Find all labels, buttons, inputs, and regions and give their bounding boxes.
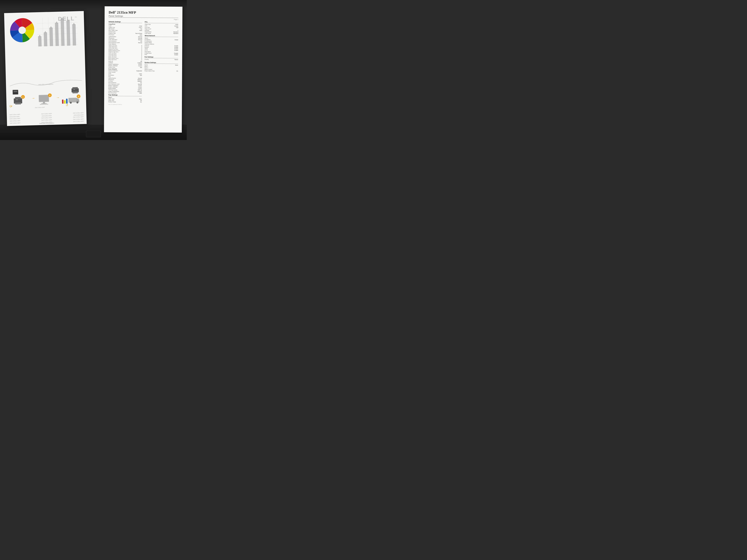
setting-mp-feeder: MP Feeder On xyxy=(108,28,142,30)
setting-scan-margin-tb: Margin Top/Bottom 4.2mm xyxy=(108,85,142,86)
setting-tray1-label: Tray 1 xyxy=(108,97,142,98)
setting-send-to-network: Send To Network Supported xyxy=(108,70,142,72)
setting-m-low: Magenta Low Dens. 0 xyxy=(108,49,142,50)
tray-settings-header: Tray Settings xyxy=(108,94,142,96)
setting-scan-margin-lr: Margin Left/Right 4.2mm xyxy=(108,86,142,88)
settings-footer: Call 1-8 | trademark of Dell Inc. xyxy=(108,104,142,105)
brand-2-2: Dell 2135cn MFP xyxy=(42,115,52,116)
wired-http: HTTP Enable xyxy=(145,49,178,51)
setting-display-popup: Display Popup On xyxy=(108,101,142,103)
bar-chart-svg xyxy=(37,17,81,53)
workflow-step-3: 3 ↺ xyxy=(68,96,80,104)
wired-ipv6: IPv6 Enable xyxy=(145,54,178,55)
brand-3-1: Dell 2135cn MFP xyxy=(10,118,20,120)
setting-scan-auto-exp: Auto Exposure On xyxy=(108,82,142,83)
setting-default-color: Default Color xyxy=(108,31,142,33)
svg-marker-13 xyxy=(38,35,41,37)
workflow-section: 1 ↺ → 2 xyxy=(10,85,83,106)
pcl-font-size: Font Size 12pt xyxy=(145,27,178,28)
pcl-paper-size: Paper Size Letter xyxy=(145,24,178,25)
settings-title: Dell® 2135cn MFP xyxy=(109,10,136,15)
setting-auto-exposure-level: Auto Exposure Level Normal xyxy=(108,42,142,43)
setting-tiff-format: TIFF File Format TIFF v6 xyxy=(108,89,142,91)
wired-ip-addresses: IP Addresses xyxy=(145,41,178,42)
setting-mpf-paper: MPF Paper Type Plain xyxy=(108,30,142,31)
workflow-step-1: 1 ↺ xyxy=(13,96,23,105)
brand-1-3: Dell 2135cn MFP xyxy=(73,112,84,114)
paper-right: Dell® 2135cn MFP Panel Settings Page 1 D… xyxy=(104,6,182,133)
pcl-color-mode: Color Mode Standard xyxy=(145,33,178,34)
wired-upnp: UPnP Enable xyxy=(145,48,178,49)
svg-rect-22 xyxy=(66,21,70,46)
system-power-admin: Power Admin Pass. On xyxy=(145,70,178,72)
svg-rect-12 xyxy=(38,36,42,47)
svg-marker-19 xyxy=(55,21,58,23)
setting-margin-lr: Margin Left/Right 4.2mm xyxy=(108,65,142,66)
setting-multi-up: Multi-Up Off xyxy=(108,60,142,62)
brand-1-1: Dell 2135cn MFP xyxy=(9,114,20,116)
setting-scan-margin-m: Margin Middle 4.2mm xyxy=(108,88,142,89)
brand-4-1: Dell 2135cn MFP xyxy=(10,120,20,122)
system-note2: Note 2 xyxy=(145,67,178,69)
wired-status: Status xyxy=(145,37,178,39)
setting-k-high: Black High Dens. 0 xyxy=(108,59,142,60)
svg-rect-37 xyxy=(40,104,48,105)
ink-bottles xyxy=(62,99,68,104)
setting-output-color: Output Color 1pp xyxy=(108,66,142,68)
wired-ip: IP Address Assign xyxy=(145,39,178,41)
step2-label: Dell 2135cn MFP xyxy=(35,107,45,108)
setting-paper-type: Paper Type Plain xyxy=(108,98,142,100)
settings-subtitle: Panel Settings xyxy=(108,15,178,18)
setting-margin-tb: Margin Top/Bottom 4.2mm xyxy=(108,63,142,65)
pcl-font: Font Courier xyxy=(145,25,178,27)
svg-rect-36 xyxy=(41,103,47,104)
svg-line-10 xyxy=(66,17,66,46)
wired-subnet: Subnet Mask xyxy=(145,42,178,43)
paper-left: DELL™ xyxy=(4,11,87,126)
setting-k-low: Black Low Dens. 0 xyxy=(108,56,142,58)
wired-gateway: Gateway Address xyxy=(145,43,178,45)
svg-line-6 xyxy=(43,18,43,46)
step-3-badge: 3 xyxy=(77,95,81,98)
svg-marker-23 xyxy=(67,19,69,21)
step-1-badge: 1 xyxy=(21,95,25,99)
settings-title-container: Dell® 2135cn MFP xyxy=(109,10,178,15)
settings-right-col: PCL Paper Size Letter Font Courier Font … xyxy=(144,21,178,105)
svg-rect-40 xyxy=(77,98,79,101)
page-number: Page 1 xyxy=(108,18,178,20)
step-2-badge: 2 xyxy=(48,93,52,97)
settings-columns: Defaults Settings Copy/Print Color Color… xyxy=(108,21,178,105)
setting-color-saturation: Color Saturation Normal xyxy=(108,39,142,41)
system-admin-control: Admin Control xyxy=(145,69,178,70)
wired-bonjour: Bonjour Enable xyxy=(145,47,178,48)
setting-scan-auto-exp-level: Auto Exposure Level Normal xyxy=(108,83,142,85)
brand-4-2: Dell 2135cn MFP xyxy=(41,119,52,121)
setting-original-type: Original Type Text & Photo xyxy=(108,33,142,34)
setting-image-compression: Image Compression Medium xyxy=(108,91,142,92)
brand-1-2: Dell 2135cn MFP xyxy=(41,113,52,115)
svg-rect-29 xyxy=(16,99,18,100)
brand-5-1: Dell 2135cn MFP xyxy=(10,122,21,124)
svg-rect-38 xyxy=(68,98,76,103)
setting-m-med: Magenta Medium Dens. 0 xyxy=(108,50,142,51)
brand-5-3: Dell 2135cn MFP xyxy=(73,121,84,123)
setting-max-email: Max Email Size 5MB xyxy=(108,92,142,94)
defaults-header: Defaults Settings xyxy=(108,21,142,23)
svg-marker-17 xyxy=(50,26,52,28)
setting-auto-exposure: Auto Exposure On xyxy=(108,41,142,42)
setting-scan-color: Color Color xyxy=(108,73,142,75)
printer-icon-3 xyxy=(71,86,79,95)
fax-country: Country Taiwan xyxy=(145,59,178,60)
setting-paper-size: Paper Size A4 xyxy=(108,100,142,101)
wired-protocol: Protocol Enable xyxy=(145,45,178,47)
setting-m-high: Magenta High Dens. 0 xyxy=(108,51,142,53)
setting-c-low: Cyan Low Dens. 0 xyxy=(108,53,142,54)
setting-sharpness: Sharpness Normal xyxy=(108,37,142,39)
printer-control-panel xyxy=(86,131,101,137)
setting-color: Color Color xyxy=(108,25,142,27)
brand-3-3: Dell 2135cn MFP xyxy=(73,116,84,118)
svg-rect-48 xyxy=(74,89,75,90)
brand-3-2: Dell 2135cn MFP xyxy=(41,117,52,119)
setting-y-med: Yellow Med Dens. 0 xyxy=(108,46,142,47)
brand-2-1: Dell 2135cn MFP xyxy=(10,116,20,117)
